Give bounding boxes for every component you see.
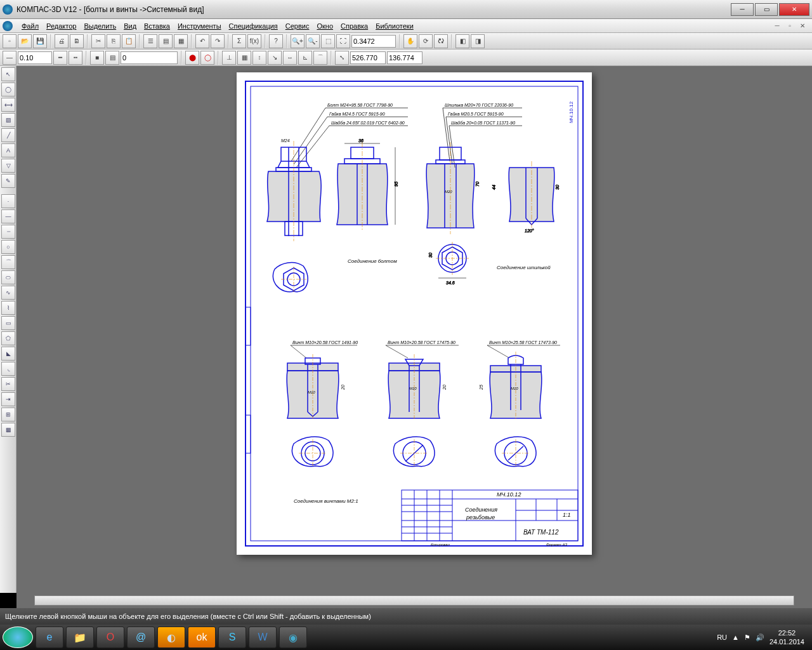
align-icon[interactable]: ↕	[252, 51, 266, 65]
rect-icon[interactable]: ▭	[1, 316, 15, 330]
cut-icon[interactable]: ✂	[91, 34, 105, 48]
menu-window[interactable]: Окно	[313, 21, 337, 31]
props-icon[interactable]: ☰	[143, 34, 157, 48]
save-icon[interactable]: 💾	[33, 34, 47, 48]
edit-icon[interactable]: ✎	[1, 174, 15, 188]
grid-icon[interactable]: ▦	[237, 51, 251, 65]
task-word[interactable]: W	[249, 627, 277, 648]
redo-icon[interactable]: ↷	[211, 34, 225, 48]
undo-icon[interactable]: ↶	[195, 34, 209, 48]
paste-icon[interactable]: 📋	[122, 34, 136, 48]
tray-flag2-icon[interactable]: ⚑	[744, 633, 750, 642]
task-explorer[interactable]: 📁	[66, 627, 94, 648]
dim-icon[interactable]: ⟷	[1, 98, 15, 112]
line-icon[interactable]: ╱	[1, 128, 15, 142]
menu-file[interactable]: Файл	[18, 21, 43, 31]
tray-lang[interactable]: RU	[717, 633, 727, 641]
snap-mid-icon[interactable]: ↔	[283, 51, 297, 65]
extra2-icon[interactable]: ◨	[471, 34, 485, 48]
line-dash-icon[interactable]: ╍	[69, 51, 82, 65]
menu-insert[interactable]: Вставка	[140, 21, 174, 31]
layer-input[interactable]	[121, 51, 178, 64]
task-kompas[interactable]: ◉	[279, 627, 307, 648]
text-icon[interactable]: A	[1, 143, 15, 157]
menu-service[interactable]: Сервис	[282, 21, 313, 31]
coord-x[interactable]	[350, 51, 386, 64]
maximize-button[interactable]: ▭	[755, 3, 778, 16]
vars-icon[interactable]: Σ	[232, 34, 246, 48]
mdi-close[interactable]: ✕	[798, 22, 807, 30]
task-mail[interactable]: @	[127, 627, 155, 648]
circle-icon[interactable]: ○	[1, 240, 15, 254]
coord-mode-icon[interactable]: ⤡	[335, 51, 349, 65]
menu-help[interactable]: Справка	[337, 21, 372, 31]
start-button[interactable]	[3, 627, 33, 648]
task-ie[interactable]: e	[36, 627, 63, 648]
menu-view[interactable]: Вид	[120, 21, 140, 31]
refresh-icon[interactable]: 🗘	[434, 34, 448, 48]
zoom-window-icon[interactable]: ⬚	[321, 34, 335, 48]
layers-icon[interactable]: ▤	[159, 34, 173, 48]
task-opera[interactable]: O	[96, 627, 124, 648]
close-button[interactable]: ✕	[779, 3, 809, 16]
preview-icon[interactable]: 🗎	[70, 34, 84, 48]
new-icon[interactable]: ▫	[3, 34, 16, 48]
extend-icon[interactable]: ⇥	[1, 392, 15, 406]
task-ok[interactable]: ok	[188, 627, 216, 648]
zoom-in-icon[interactable]: 🔍+	[291, 34, 304, 48]
menu-libs[interactable]: Библиотеки	[372, 21, 417, 31]
style-line-icon[interactable]: —	[3, 51, 16, 65]
help-icon[interactable]: ?	[269, 34, 283, 48]
task-skype[interactable]: S	[218, 627, 246, 648]
geom-icon[interactable]: ◯	[1, 83, 15, 96]
fillet-icon[interactable]: ◟	[1, 362, 15, 376]
mdi-minimize[interactable]: ─	[773, 22, 782, 30]
open-icon[interactable]: 📂	[18, 34, 32, 48]
copy-icon[interactable]: ⎘	[107, 34, 121, 48]
trim-icon[interactable]: ✂	[1, 377, 15, 391]
task-app1[interactable]: ◐	[157, 627, 185, 648]
hatch2-icon[interactable]: ▩	[1, 423, 15, 437]
snap-end-icon[interactable]: ↘	[268, 51, 282, 65]
layer-icon[interactable]: ▤	[105, 51, 119, 65]
tray-vol-icon[interactable]: 🔊	[756, 633, 764, 642]
snap-tan-icon[interactable]: ⌒	[313, 51, 327, 65]
snap1-icon[interactable]: ⬤	[185, 51, 199, 65]
view-icon[interactable]: ⊞	[1, 408, 15, 421]
menu-spec[interactable]: Спецификация	[225, 21, 282, 31]
menu-tools[interactable]: Инструменты	[174, 21, 225, 31]
print-icon[interactable]: 🖨	[55, 34, 69, 48]
hatch-icon[interactable]: ▨	[1, 113, 15, 127]
ellipse-icon[interactable]: ⬭	[1, 270, 15, 284]
minimize-button[interactable]: ─	[731, 3, 754, 16]
line-type-icon[interactable]: ━	[53, 51, 67, 65]
tray-flag-icon[interactable]: ▲	[732, 633, 739, 641]
rotate-icon[interactable]: ⟳	[419, 34, 433, 48]
snap-perp-icon[interactable]: ⊾	[298, 51, 312, 65]
manager-icon[interactable]: ▦	[174, 34, 188, 48]
point-icon[interactable]: ·	[1, 194, 15, 208]
zoom-fit-icon[interactable]: ⛶	[336, 34, 350, 48]
pan-icon[interactable]: ✋	[403, 34, 417, 48]
chamfer-icon[interactable]: ◣	[1, 347, 15, 361]
arc-icon[interactable]: ⌒	[1, 255, 15, 269]
fx-icon[interactable]: f(x)	[247, 34, 261, 48]
snap2-icon[interactable]: ◯	[200, 51, 214, 65]
mdi-restore[interactable]: ▫	[785, 22, 794, 30]
zoom-out-icon[interactable]: 🔍-	[306, 34, 320, 48]
zoom-input[interactable]	[351, 35, 396, 48]
arrow-icon[interactable]: ↖	[1, 67, 15, 81]
menu-select[interactable]: Выделить	[80, 21, 120, 31]
tray-clock[interactable]: 22:52 24.01.2014	[769, 628, 804, 646]
spline-icon[interactable]: ∿	[1, 286, 15, 300]
canvas[interactable]: МЧ.10.12 Болт М24×95.58 ГОСТ 7798-90 Гай…	[16, 66, 812, 593]
ortho-icon[interactable]: ⊥	[222, 51, 236, 65]
extra1-icon[interactable]: ◧	[455, 34, 469, 48]
coord-y[interactable]	[387, 51, 422, 64]
color-icon[interactable]: ■	[90, 51, 104, 65]
bezier-icon[interactable]: ⌇	[1, 301, 15, 315]
rough-icon[interactable]: ▽	[1, 159, 15, 173]
poly-icon[interactable]: ⬠	[1, 331, 15, 345]
linewidth-input[interactable]	[18, 51, 52, 64]
seg-icon[interactable]: —	[1, 209, 15, 223]
